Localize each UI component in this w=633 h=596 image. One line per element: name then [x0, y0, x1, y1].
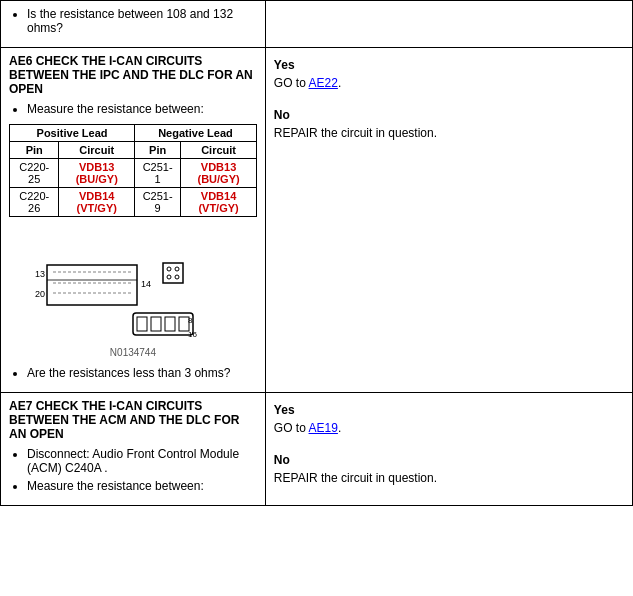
table-row: C220-25 VDB13 (BU/GY) C251-1 VDB13 (BU/G… [10, 159, 257, 188]
right-cell-row0 [265, 1, 632, 48]
ae7-yes-label: Yes [274, 403, 295, 417]
ae6-yes-goto: GO to AE22. [274, 76, 624, 90]
connector-diagram-svg: 13 20 14 [33, 225, 233, 345]
pos-pin-1: C220-25 [10, 159, 59, 188]
table-row: C220-26 VDB14 (VT/GY) C251-9 VDB14 (VT/G… [10, 188, 257, 217]
ae6-no-action: REPAIR the circuit in question. [274, 126, 624, 140]
ae7-no-label: No [274, 453, 290, 467]
ae6-yes-no: Yes GO to AE22. No REPAIR the circuit in… [274, 58, 624, 140]
left-cell-ae7: AE7 CHECK THE I-CAN CIRCUITS BETWEEN THE… [1, 393, 266, 506]
left-cell-ae6: AE6 CHECK THE I-CAN CIRCUITS BETWEEN THE… [1, 48, 266, 393]
neg-circuit-1: VDB13 (BU/GY) [181, 159, 257, 188]
neg-pin-2: C251-9 [135, 188, 181, 217]
svg-text:20: 20 [35, 289, 45, 299]
pos-circuit-1: VDB13 (BU/GY) [59, 159, 135, 188]
circuit-header-2: Circuit [181, 142, 257, 159]
pos-pin-2: C220-26 [10, 188, 59, 217]
ae7-bullet-2: Measure the resistance between: [27, 479, 257, 493]
neg-circuit-2: VDB14 (VT/GY) [181, 188, 257, 217]
ae7-yes-link[interactable]: AE19 [309, 421, 338, 435]
ae6-resistance-table: Positive Lead Negative Lead Pin Circuit … [9, 124, 257, 217]
svg-rect-2 [47, 265, 137, 305]
ae6-diagram: 13 20 14 [9, 225, 257, 358]
negative-lead-header: Negative Lead [135, 125, 257, 142]
svg-text:16: 16 [188, 330, 197, 339]
svg-point-9 [167, 267, 171, 271]
ae6-no-label: No [274, 108, 290, 122]
table-row-ae7: AE7 CHECK THE I-CAN CIRCUITS BETWEEN THE… [1, 393, 633, 506]
pin-header-2: Pin [135, 142, 181, 159]
svg-point-10 [175, 267, 179, 271]
diagram-label: N0134744 [9, 347, 257, 358]
ae7-yes-goto: GO to AE19. [274, 421, 624, 435]
svg-rect-8 [163, 263, 183, 283]
ae6-header: AE6 CHECK THE I-CAN CIRCUITS BETWEEN THE… [9, 54, 257, 96]
main-table: Is the resistance between 108 and 132 oh… [0, 0, 633, 506]
table-row: Is the resistance between 108 and 132 oh… [1, 1, 633, 48]
ae6-measure-bullet: Measure the resistance between: [27, 102, 257, 116]
ae7-bullet-1: Disconnect: Audio Front Control Module (… [27, 447, 257, 475]
ae6-yes-label: Yes [274, 58, 295, 72]
svg-rect-16 [165, 317, 175, 331]
pin-header-1: Pin [10, 142, 59, 159]
svg-rect-15 [151, 317, 161, 331]
left-cell-row0: Is the resistance between 108 and 132 oh… [1, 1, 266, 48]
svg-rect-14 [137, 317, 147, 331]
positive-lead-header: Positive Lead [10, 125, 135, 142]
neg-pin-1: C251-1 [135, 159, 181, 188]
circuit-header-1: Circuit [59, 142, 135, 159]
pos-circuit-2: VDB14 (VT/GY) [59, 188, 135, 217]
right-cell-ae6: Yes GO to AE22. No REPAIR the circuit in… [265, 48, 632, 393]
ae7-header: AE7 CHECK THE I-CAN CIRCUITS BETWEEN THE… [9, 399, 257, 441]
ae6-bottom-bullet: Are the resistances less than 3 ohms? [27, 366, 257, 380]
ae7-yes-no: Yes GO to AE19. No REPAIR the circuit in… [274, 403, 624, 485]
svg-text:8: 8 [188, 316, 193, 325]
bullet-resistance-question: Is the resistance between 108 and 132 oh… [27, 7, 257, 35]
svg-point-11 [167, 275, 171, 279]
svg-text:14: 14 [141, 279, 151, 289]
ae7-no-action: REPAIR the circuit in question. [274, 471, 624, 485]
table-row-ae6: AE6 CHECK THE I-CAN CIRCUITS BETWEEN THE… [1, 48, 633, 393]
ae6-yes-link[interactable]: AE22 [309, 76, 338, 90]
svg-rect-13 [133, 313, 193, 335]
right-cell-ae7: Yes GO to AE19. No REPAIR the circuit in… [265, 393, 632, 506]
svg-text:13: 13 [35, 269, 45, 279]
svg-point-12 [175, 275, 179, 279]
